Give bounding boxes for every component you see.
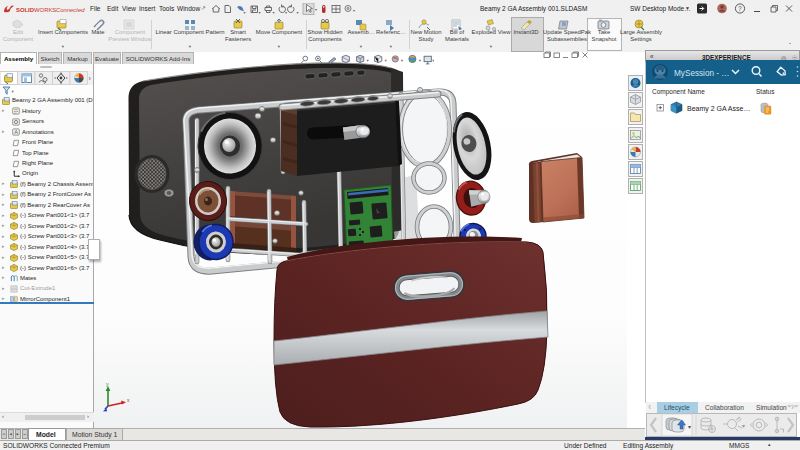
svg-text:▾: ▾ [688, 424, 691, 430]
svg-text:y: y [106, 382, 109, 387]
svg-text:x: x [127, 397, 130, 403]
svg-text:Beamy 2 GA Asse…: Beamy 2 GA Asse… [687, 105, 750, 113]
svg-text:▾: ▾ [385, 58, 388, 63]
svg-text:▾: ▾ [315, 7, 317, 12]
svg-text:▾: ▾ [259, 10, 261, 15]
svg-text:▾: ▾ [244, 10, 246, 15]
svg-text:▾: ▾ [419, 58, 422, 63]
svg-text:▾: ▾ [367, 58, 370, 63]
svg-text:▾: ▾ [285, 10, 287, 15]
svg-text:▾: ▾ [401, 58, 404, 63]
svg-text:?: ? [738, 5, 742, 12]
svg-text:▾: ▾ [742, 423, 745, 429]
svg-text:▾: ▾ [432, 58, 434, 63]
svg-text:▾: ▾ [297, 10, 299, 15]
svg-text:▾: ▾ [273, 10, 275, 15]
svg-text:▾: ▾ [353, 8, 355, 13]
svg-text:A: A [14, 129, 18, 135]
svg-text:MySession - …: MySession - … [674, 69, 730, 78]
